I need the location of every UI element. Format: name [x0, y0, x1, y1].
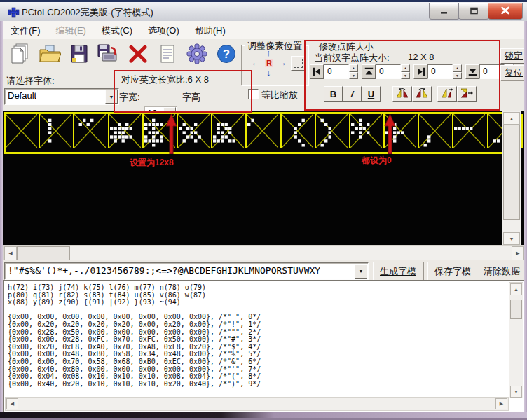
scroll-down-icon[interactable]: ▼ — [510, 386, 522, 398]
app-window: PCtoLCD2002完美版-(字符模式) 文件(F)编辑(E)模式(C)选项(… — [0, 0, 527, 420]
ratio-label: 对应英文长宽比:6 X 8 — [121, 74, 209, 86]
rotate-left-button[interactable] — [392, 86, 412, 102]
left-margin-input[interactable]: 0 — [324, 64, 349, 79]
glyph-cell — [247, 114, 281, 148]
right-margin-icon[interactable] — [413, 64, 427, 79]
underline-button[interactable]: U — [362, 86, 381, 102]
save-as-icon[interactable] — [97, 42, 121, 66]
scroll-left-icon[interactable]: ◀ — [4, 246, 17, 260]
menu-item[interactable]: 选项(O) — [140, 22, 187, 39]
save-font-button[interactable]: 保存字模 — [427, 262, 478, 281]
scroll-down-icon[interactable]: ▼ — [503, 232, 520, 245]
preview-vertical-scrollbar[interactable]: ▲ ▼ — [502, 111, 521, 246]
lock-button[interactable]: 锁定 — [500, 48, 527, 64]
output-horizontal-scrollbar[interactable]: ◀ ▶ — [5, 397, 509, 411]
flip-rotate-up-button[interactable] — [437, 86, 457, 102]
adjust-pixel-group-title: 调整像素位置 — [245, 40, 304, 52]
output-vertical-scrollbar[interactable]: ▲ ▼ — [509, 282, 523, 398]
flip-rotate-right-button[interactable] — [457, 86, 477, 102]
close-button[interactable] — [488, 4, 523, 20]
annotation-arrow-right — [384, 114, 396, 157]
top-margin-spinner: 0▲▼ — [362, 64, 410, 79]
character-set-value: !"#$%&'()*+,-./0123456789:;<=>?@ABCDEFGH… — [8, 265, 320, 276]
proportional-scale-label: 等比缩放 — [261, 89, 298, 102]
spin-down-icon[interactable]: ▼ — [453, 72, 462, 80]
spin-up-icon[interactable]: ▲ — [349, 64, 358, 72]
settings-gear-icon[interactable] — [185, 42, 209, 66]
window-bottom-frame — [0, 412, 527, 420]
top-margin-updown: ▲▼ — [401, 64, 410, 79]
glyph-cell — [74, 114, 109, 148]
annotation-arrow-left — [165, 114, 177, 157]
help-icon[interactable]: ? — [214, 42, 238, 66]
move-right-icon[interactable]: → — [278, 59, 287, 67]
move-left-icon[interactable]: ← — [251, 59, 260, 67]
glyph-cell — [6, 114, 40, 148]
menu-item[interactable]: 模式(C) — [94, 22, 140, 39]
app-icon — [8, 7, 20, 20]
glyph-cell — [350, 114, 385, 148]
bottom-margin-icon[interactable] — [465, 64, 479, 79]
glyph-preview-area[interactable]: 设置为12x8 都设为0 ▲ ▼ — [3, 111, 524, 245]
font-combo-arrow-icon[interactable]: ▼ — [105, 90, 118, 104]
right-margin-updown: ▲▼ — [453, 64, 462, 79]
spin-down-icon[interactable]: ▼ — [349, 72, 358, 80]
toolbar-icons: ? — [8, 42, 238, 66]
scroll-right-icon[interactable]: ▶ — [512, 246, 524, 260]
maximize-button[interactable] — [458, 4, 489, 20]
open-folder-icon[interactable] — [38, 42, 62, 66]
rotate-right-button[interactable] — [412, 86, 432, 102]
annotation-text-right: 都设为0 — [362, 155, 392, 167]
spin-down-icon[interactable]: ▼ — [401, 72, 410, 80]
character-set-arrow-icon[interactable]: ▼ — [355, 264, 367, 279]
preview-horizontal-scrollbar[interactable]: ◀ ▶ — [3, 245, 526, 262]
center-glyph-button[interactable] — [291, 56, 306, 71]
window-right-frame — [524, 21, 527, 413]
svg-text:?: ? — [223, 48, 230, 61]
delete-icon[interactable] — [126, 42, 150, 66]
window-left-frame — [0, 21, 3, 413]
character-row: !"#$%&'()*+,-./0123456789:;<=>?@ABCDEFGH… — [3, 260, 524, 280]
menu-item[interactable]: 帮助(H) — [187, 22, 233, 39]
scroll-up-icon[interactable]: ▲ — [503, 112, 520, 125]
top-margin-icon[interactable] — [362, 64, 376, 79]
proportional-scale-checkbox[interactable] — [248, 89, 259, 99]
notes-icon[interactable] — [156, 42, 179, 66]
preview-hscrollbar-thumb[interactable] — [17, 246, 70, 260]
save-icon[interactable] — [67, 42, 91, 66]
glyph-cell — [212, 114, 247, 148]
scroll-right-icon[interactable]: ▶ — [495, 398, 507, 410]
new-document-icon[interactable] — [8, 42, 32, 66]
bold-button[interactable]: B — [324, 86, 343, 102]
reset-position-label[interactable]: R — [265, 59, 273, 67]
glyph-cell — [40, 114, 74, 148]
move-up-icon[interactable]: ↑ — [266, 49, 271, 57]
menu-item[interactable]: 文件(F) — [3, 22, 48, 39]
glyph-cell — [419, 114, 453, 148]
top-margin-input[interactable]: 0 — [376, 64, 401, 79]
glyph-cell — [453, 114, 488, 148]
clear-data-label: 清除数据 — [484, 265, 520, 278]
move-down-icon[interactable]: ↓ — [266, 69, 271, 77]
right-margin-input[interactable]: 0 — [427, 64, 453, 79]
character-set-combobox[interactable]: !"#$%&'()*+,-./0123456789:;<=>?@ABCDEFGH… — [4, 262, 369, 280]
generate-font-button[interactable]: 生成字模 — [373, 262, 423, 281]
minimize-button[interactable] — [429, 4, 460, 20]
glyph-cell — [178, 114, 212, 148]
clear-data-button[interactable]: 清除数据 — [477, 262, 527, 281]
left-margin-icon[interactable] — [310, 64, 324, 79]
font-select-combobox[interactable]: Default ▼ — [4, 88, 119, 105]
preview-scrollbar-thumb[interactable] — [503, 125, 520, 220]
reset-button[interactable]: 复位 — [500, 65, 527, 80]
italic-button[interactable]: / — [343, 86, 362, 102]
output-scrollbar-thumb[interactable] — [510, 300, 522, 319]
minimize-icon — [440, 5, 449, 18]
spin-up-icon[interactable]: ▲ — [453, 64, 462, 72]
flip-rotate-right-icon — [460, 88, 474, 101]
toolbar: ? 请选择字体: Default ▼ 对应英文长宽比:6 X 8 字宽: 12 … — [3, 39, 524, 111]
rotate-right-icon — [415, 88, 429, 101]
font-code-output[interactable]: h(72) i(73) j(74) k(75) l(76) m(77) n(78… — [3, 280, 526, 413]
scroll-left-icon[interactable]: ◀ — [6, 398, 18, 410]
spin-up-icon[interactable]: ▲ — [401, 64, 410, 72]
scroll-up-icon[interactable]: ▲ — [510, 284, 522, 295]
